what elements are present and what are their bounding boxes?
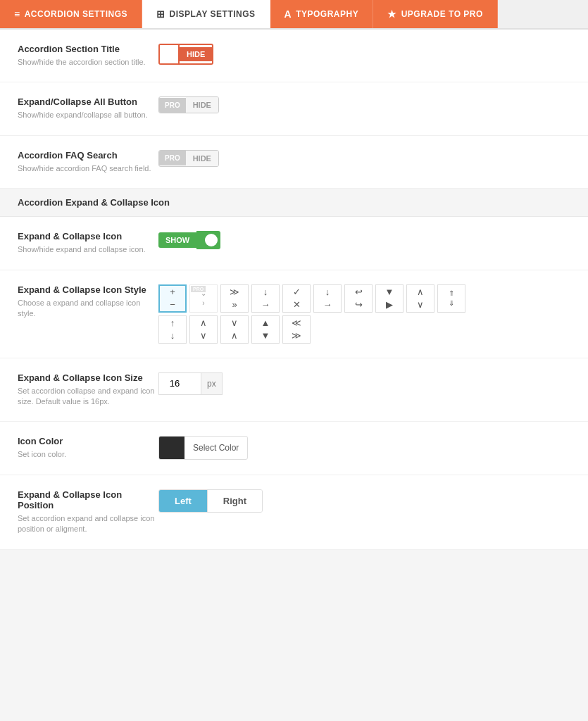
- icon-cell-up-arrow[interactable]: ↑ ↓: [158, 315, 187, 344]
- icon-style-col: Expand & Collapse Icon Style Choose a ex…: [18, 284, 158, 320]
- icon-size-label: Expand & Collapse Icon Size: [18, 372, 158, 383]
- icon-position-left-btn[interactable]: Left: [159, 490, 208, 512]
- accordion-section-title-desc: Show/hide the accordion section title.: [18, 57, 158, 68]
- icon-cell-filled-up-down[interactable]: ▲ ▼: [251, 315, 280, 344]
- setting-row-expand-collapse-icon: Expand & Collapse Icon Show/hide expand …: [0, 217, 588, 270]
- faq-search-pro-btn[interactable]: PRO HIDE: [158, 150, 219, 167]
- expand-collapse-icon-desc: Show/hide expand and collapse icon.: [18, 244, 158, 255]
- expand-collapse-icon-toggle[interactable]: SHOW: [158, 231, 220, 249]
- tab-accordion-settings-label: ACCORDION SETTINGS: [25, 9, 127, 19]
- pro-hide-label-1: HIDE: [186, 97, 218, 113]
- icon-row-1: + − PRO ⌄ › ≫ » ↓ →: [158, 284, 465, 313]
- setting-row-accordion-section-title: Accordion Section Title Show/hide the ac…: [0, 30, 588, 82]
- icon-color-label: Icon Color: [18, 436, 158, 446]
- pro-badge-2: PRO: [159, 151, 186, 165]
- setting-row-icon-position: Expand & Collapse Icon Position Set acco…: [0, 475, 588, 550]
- expand-collapse-icon-control: SHOW: [158, 231, 570, 249]
- expand-collapse-icon-col: Expand & Collapse Icon Show/hide expand …: [18, 231, 158, 255]
- icon-cell-double-arrow-up-down[interactable]: ⇑ ⇓: [437, 284, 465, 313]
- expand-collapse-all-desc: Show/hide expand/collapse all button.: [18, 110, 158, 120]
- icon-cell-up-down-caret[interactable]: ∧ ∨: [406, 284, 434, 313]
- accordion-section-title-col: Accordion Section Title Show/hide the ac…: [18, 44, 158, 68]
- icon-cell-double-chevron-down-right[interactable]: ≫ »: [220, 284, 249, 313]
- icon-cell-double-angle[interactable]: ≪ ≫: [282, 315, 311, 344]
- show-label: SHOW: [158, 232, 196, 248]
- display-settings-icon: ⊞: [156, 8, 165, 20]
- show-switch: [196, 231, 220, 249]
- icon-cell-filled-down-right[interactable]: ▼ ▶: [375, 284, 404, 313]
- accordion-settings-icon: ≡: [14, 8, 20, 20]
- pro-hide-label-2: HIDE: [186, 151, 218, 166]
- icon-position-btn-group: Left Right: [158, 489, 263, 513]
- icon-color-col: Icon Color Set icon color.: [18, 436, 158, 460]
- icon-grid: + − PRO ⌄ › ≫ » ↓ →: [158, 284, 465, 344]
- icon-position-col: Expand & Collapse Icon Position Set acco…: [18, 489, 158, 535]
- tab-upgrade-label: UPGRADE TO PRO: [401, 9, 483, 19]
- top-nav: ≡ ACCORDION SETTINGS ⊞ DISPLAY SETTINGS …: [0, 0, 588, 30]
- accordion-section-title-toggle[interactable]: HIDE: [158, 44, 213, 65]
- faq-search-desc: Show/hide accordion FAQ search field.: [18, 163, 158, 174]
- expand-collapse-section-title: Accordion Expand & Collapse Icon: [18, 197, 170, 208]
- accordion-section-title-control: HIDE: [158, 44, 570, 65]
- icon-size-input[interactable]: [158, 372, 201, 395]
- icon-cell-caret-up-down[interactable]: ∧ ∨: [189, 315, 218, 344]
- icon-position-desc: Set accordion expand and collapse icon p…: [18, 513, 158, 535]
- expand-collapse-section-header: Accordion Expand & Collapse Icon: [0, 189, 588, 217]
- icon-size-unit: px: [201, 372, 223, 395]
- expand-collapse-all-label: Expand/Collapse All Button: [18, 96, 158, 107]
- toggle-hide-label: HIDE: [180, 47, 212, 61]
- setting-row-icon-style: Expand & Collapse Icon Style Choose a ex…: [0, 270, 588, 358]
- icon-size-col: Expand & Collapse Icon Size Set accordio…: [18, 372, 158, 408]
- icon-size-control: px: [158, 372, 570, 395]
- icon-size-input-group: px: [158, 372, 223, 395]
- main-content: Accordion Section Title Show/hide the ac…: [0, 30, 588, 550]
- icon-cell-arrow-down-right[interactable]: ↓ →: [251, 284, 280, 313]
- setting-row-expand-collapse-all: Expand/Collapse All Button Show/hide exp…: [0, 82, 588, 135]
- faq-search-label: Accordion FAQ Search: [18, 150, 158, 161]
- color-select-label: Select Color: [184, 443, 247, 453]
- faq-search-control: PRO HIDE: [158, 150, 570, 167]
- tab-accordion-settings[interactable]: ≡ ACCORDION SETTINGS: [0, 0, 142, 28]
- setting-row-faq-search: Accordion FAQ Search Show/hide accordion…: [0, 136, 588, 189]
- setting-row-icon-color: Icon Color Set icon color. Select Color: [0, 422, 588, 475]
- tab-typography[interactable]: A TYPOGRAPHY: [270, 0, 374, 28]
- icon-position-right-btn[interactable]: Right: [208, 490, 262, 512]
- icon-cell-check-cross[interactable]: ✓ ✕: [282, 284, 311, 313]
- icon-position-label: Expand & Collapse Icon Position: [18, 489, 158, 510]
- accordion-section-title-label: Accordion Section Title: [18, 44, 158, 54]
- icon-position-control: Left Right: [158, 489, 570, 513]
- setting-row-icon-size: Expand & Collapse Icon Size Set accordio…: [0, 358, 588, 422]
- toggle-rect: [160, 45, 180, 63]
- icon-cell-caret-down-up[interactable]: ∨ ∧: [220, 315, 249, 344]
- color-select-button[interactable]: Select Color: [158, 436, 248, 460]
- tab-upgrade-to-pro[interactable]: ★ UPGRADE TO PRO: [373, 0, 498, 28]
- expand-collapse-icon-label: Expand & Collapse Icon: [18, 231, 158, 242]
- icon-row-2: ↑ ↓ ∧ ∨ ∨ ∧ ▲ ▼: [158, 315, 465, 344]
- pro-badge-1: PRO: [159, 98, 186, 113]
- icon-size-desc: Set accordion collapse and expand icon s…: [18, 386, 158, 408]
- icon-color-desc: Set icon color.: [18, 449, 158, 460]
- tab-typography-label: TYPOGRAPHY: [296, 9, 358, 19]
- icon-style-control: + − PRO ⌄ › ≫ » ↓ →: [158, 284, 570, 344]
- icon-cell-curved-arrows[interactable]: ↩ ↪: [344, 284, 373, 313]
- expand-collapse-all-pro-btn[interactable]: PRO HIDE: [158, 96, 219, 113]
- expand-collapse-all-col: Expand/Collapse All Button Show/hide exp…: [18, 96, 158, 120]
- icon-style-label: Expand & Collapse Icon Style: [18, 284, 158, 295]
- icon-cell-plus-minus[interactable]: + −: [158, 284, 187, 313]
- expand-collapse-all-control: PRO HIDE: [158, 96, 570, 113]
- icon-cell-chevron-down-right[interactable]: PRO ⌄ ›: [189, 284, 218, 313]
- pro-overlay-1: PRO: [191, 286, 206, 292]
- tab-display-settings[interactable]: ⊞ DISPLAY SETTINGS: [142, 0, 270, 28]
- color-swatch: [159, 436, 184, 460]
- typography-icon: A: [284, 8, 292, 20]
- icon-color-control: Select Color: [158, 436, 570, 460]
- icon-style-desc: Choose a expand and collapse icon style.: [18, 298, 158, 320]
- faq-search-col: Accordion FAQ Search Show/hide accordion…: [18, 150, 158, 174]
- icon-cell-arrow-down-right-2[interactable]: ↓ →: [313, 284, 342, 313]
- tab-display-settings-label: DISPLAY SETTINGS: [170, 9, 256, 19]
- upgrade-icon: ★: [387, 8, 397, 20]
